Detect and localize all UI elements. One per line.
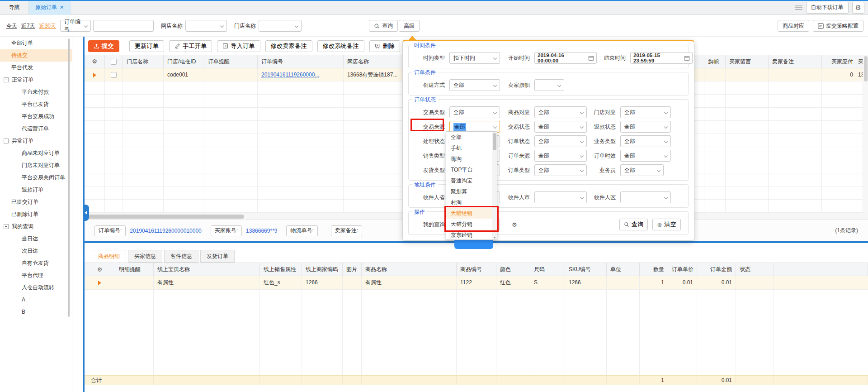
- col-seller-note[interactable]: 卖家备注: [769, 55, 822, 68]
- collapse-toggle-icon[interactable]: [4, 139, 9, 143]
- col-online-code[interactable]: 线上商家编码: [302, 263, 343, 276]
- sidebar-item-deleted[interactable]: 已删除订单: [0, 208, 72, 220]
- sidebar-item-a[interactable]: A: [0, 294, 72, 306]
- sidebar-item-platform-agent[interactable]: 平台代理: [0, 269, 72, 282]
- sidebar-item-next-day[interactable]: 次日达: [0, 245, 72, 257]
- sidebar-item-platform-closed[interactable]: 平台交易关闭订单: [0, 172, 72, 184]
- col-product-code[interactable]: 商品编号: [457, 263, 496, 276]
- col-buyer-payable[interactable]: 买家应付: [822, 55, 857, 68]
- sidebar-item-same-day[interactable]: 当日达: [0, 233, 72, 245]
- trade-status-select[interactable]: 全部: [534, 121, 587, 133]
- column-settings-icon[interactable]: [92, 58, 97, 65]
- row-expand-icon[interactable]: [98, 281, 101, 285]
- sidebar-item-normal-orders[interactable]: 正常订单: [0, 74, 72, 86]
- scroll-down-icon[interactable]: [493, 237, 496, 239]
- query-settings-gear-icon[interactable]: [512, 221, 517, 228]
- tab-package-info[interactable]: 客件信息: [164, 250, 198, 263]
- buyer-account-value[interactable]: 13866669**9: [246, 228, 277, 234]
- sidebar-item-abnormal-orders[interactable]: 异常订单: [0, 135, 72, 147]
- sidebar-item-platform-dropship[interactable]: 平台代发: [0, 62, 72, 74]
- col-image[interactable]: 图片: [343, 263, 362, 276]
- panel-query-button[interactable]: 查询: [619, 219, 648, 230]
- order-no-value[interactable]: 201904161119260000010000: [130, 228, 201, 234]
- row-expand-icon[interactable]: [93, 73, 96, 77]
- business-type-select[interactable]: 全部: [620, 135, 671, 147]
- sidebar-item-submitted[interactable]: 已提交订单: [0, 196, 72, 208]
- col-size[interactable]: 尺码: [530, 263, 565, 276]
- dropdown-option-mobile[interactable]: 手机: [446, 143, 497, 153]
- col-flag[interactable]: 旗帜: [704, 55, 726, 68]
- sidebar-item-agent-orders[interactable]: 代运营订单: [0, 123, 72, 135]
- order-type-select[interactable]: 全部: [534, 164, 587, 176]
- filter-last30-link[interactable]: 近30天: [39, 22, 56, 30]
- create-mode-select[interactable]: 全部: [449, 79, 500, 91]
- collapse-toggle-icon[interactable]: [4, 224, 9, 229]
- col-online-attr[interactable]: 线上销售属性: [260, 263, 302, 276]
- search-type-select[interactable]: 订单编号: [60, 20, 91, 32]
- sidebar-item-product-unmapped[interactable]: 商品未对应订单: [0, 147, 72, 159]
- dropdown-option-tmall-fenxiao[interactable]: 天猫分销: [446, 219, 497, 229]
- receiver-district-select[interactable]: [620, 191, 671, 203]
- col-unit[interactable]: 单位: [607, 263, 640, 276]
- col-store-name[interactable]: 门店名称: [123, 55, 164, 68]
- tab-product-detail[interactable]: 商品明细: [92, 250, 126, 263]
- refund-status-select[interactable]: 全部: [620, 121, 671, 133]
- edit-system-note-button[interactable]: 修改系统备注: [317, 40, 364, 52]
- sidebar-item-my-queries[interactable]: 我的查询: [0, 220, 72, 233]
- sidebar-item-auto-transfer[interactable]: 入仓自动流转: [0, 282, 72, 294]
- col-order-no[interactable]: 订单编号: [258, 55, 344, 68]
- filter-last7-link[interactable]: 近7天: [21, 22, 35, 30]
- salesman-select[interactable]: 全部: [620, 164, 664, 176]
- product-map-button[interactable]: 商品对应: [778, 20, 809, 32]
- filter-today-link[interactable]: 今天: [6, 22, 17, 30]
- sidebar-scrollbar[interactable]: [68, 38, 70, 317]
- col-status[interactable]: 状态: [736, 263, 774, 276]
- order-no-link[interactable]: 201904161119260000...: [261, 72, 319, 78]
- dropdown-scrollbar[interactable]: [492, 132, 497, 239]
- query-button[interactable]: 查询: [369, 20, 398, 32]
- col-item-reminder[interactable]: 明细提醒: [115, 263, 154, 276]
- tab-original-orders[interactable]: 原始订单: [29, 0, 71, 15]
- dropdown-option-all[interactable]: 全部: [446, 132, 497, 143]
- col-unit-price[interactable]: 订单单价: [668, 263, 697, 276]
- dropdown-option-taobao[interactable]: 普通淘宝: [446, 175, 497, 186]
- search-input[interactable]: [93, 20, 154, 32]
- order-status-select[interactable]: 全部: [534, 135, 587, 147]
- detail-row[interactable]: 有属性 红色_s 1266 有属性 1122 红色 S 1266 1 0.01 …: [85, 276, 868, 290]
- submit-button[interactable]: 提交: [88, 40, 119, 52]
- col-product-name[interactable]: 商品名称: [362, 263, 457, 276]
- import-orders-button[interactable]: 导入订单: [217, 40, 260, 52]
- start-time-input[interactable]: 2019-04-16 00:00:00: [534, 52, 597, 64]
- list-icon[interactable]: [795, 5, 802, 10]
- collapse-sidebar-handle[interactable]: [83, 205, 89, 221]
- receiver-city-select[interactable]: [534, 191, 587, 203]
- sidebar-item-platform-success[interactable]: 平台交易成功: [0, 110, 72, 123]
- time-type-select[interactable]: 拍下时间: [449, 52, 500, 64]
- seller-flag-select[interactable]: [534, 79, 564, 91]
- dropdown-option-haitao[interactable]: 嗨淘: [446, 153, 497, 164]
- select-all-checkbox[interactable]: [111, 59, 117, 65]
- col-qty[interactable]: 数量: [640, 263, 668, 276]
- sidebar-item-all-orders[interactable]: 全部订单: [0, 37, 72, 49]
- scrollbar-thumb[interactable]: [88, 215, 244, 219]
- sidebar-item-platform-shipped[interactable]: 平台已发货: [0, 98, 72, 110]
- dropdown-option-juhuasuan[interactable]: 聚划算: [446, 186, 497, 197]
- row-checkbox[interactable]: [111, 72, 117, 78]
- vertical-scrollbar[interactable]: [863, 55, 868, 213]
- dropdown-option-jd-jingxiao[interactable]: 京东经销: [446, 229, 497, 240]
- column-settings-icon[interactable]: [97, 267, 103, 273]
- dropdown-option-tmall-jingxiao[interactable]: 天猫经销: [446, 208, 497, 219]
- edit-seller-note-button[interactable]: 修改卖家备注: [265, 40, 312, 52]
- tab-shipping-orders[interactable]: 发货订单: [200, 250, 235, 263]
- sidebar-item-refund-orders[interactable]: 退款订单: [0, 184, 72, 196]
- update-orders-button[interactable]: 更新订单: [129, 40, 164, 52]
- close-tab-icon[interactable]: [60, 4, 64, 10]
- panel-clear-button[interactable]: 清空: [652, 219, 681, 230]
- col-store-id[interactable]: 门店/电仓ID: [164, 55, 204, 68]
- delete-button[interactable]: 删除: [369, 40, 401, 52]
- order-source-select[interactable]: 全部: [534, 150, 587, 162]
- dropdown-option-top[interactable]: TOP平台: [446, 164, 497, 175]
- order-aging-select[interactable]: 全部: [620, 150, 671, 162]
- col-sku[interactable]: SKU编号: [565, 263, 607, 276]
- auto-download-button[interactable]: 自动下载订单: [806, 2, 849, 14]
